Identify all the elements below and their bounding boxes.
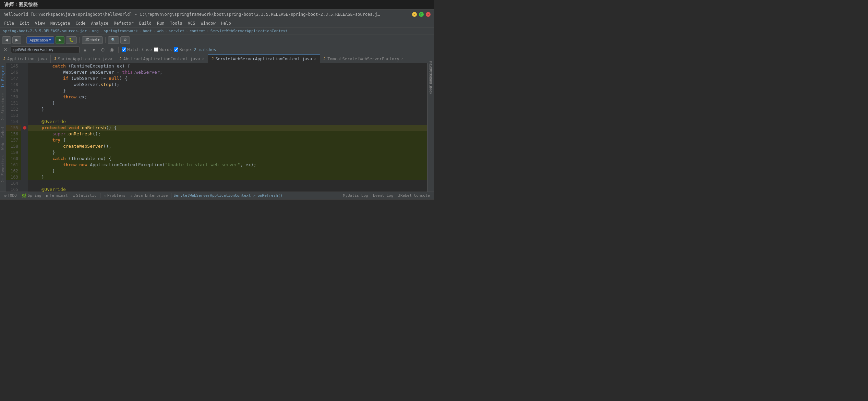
code-line-161: 161 throw new ApplicationContextExceptio…	[6, 162, 427, 168]
line-num-147: 147	[6, 75, 21, 82]
search-input[interactable]	[11, 46, 80, 53]
match-case-checkbox-label[interactable]: Match Case	[122, 47, 152, 52]
search-close-button[interactable]: ✕	[2, 46, 9, 53]
run-config-dropdown[interactable]: Application ▾	[26, 36, 54, 44]
words-checkbox-label[interactable]: Words	[154, 47, 172, 52]
line-num-158: 158	[6, 143, 21, 149]
menu-view[interactable]: View	[33, 20, 47, 26]
breadcrumb-jar[interactable]: spring-boot-2.3.5.RELEASE-sources.jar	[3, 29, 87, 33]
tab-application[interactable]: J Application.java	[0, 54, 51, 63]
spring-icon: 🌿	[22, 193, 27, 198]
vtab-rebel[interactable]: Rebel	[0, 125, 6, 139]
settings-button[interactable]: ⚙	[120, 36, 130, 44]
bottom-jrebel-console[interactable]: JRebel Console	[397, 193, 431, 198]
overlay-title: 讲师：图灵徐磊	[4, 2, 38, 8]
bottom-todo[interactable]: ⊙ TODO	[3, 193, 18, 198]
menu-analyze[interactable]: Analyze	[89, 20, 110, 26]
minimize-button[interactable]: −	[412, 12, 417, 17]
menu-run[interactable]: Run	[155, 20, 167, 26]
search-next-button[interactable]: ▼	[91, 46, 97, 53]
line-num-146: 146	[6, 69, 21, 75]
menu-window[interactable]: Window	[198, 20, 217, 26]
bottom-terminal[interactable]: ▶ Terminal	[45, 193, 69, 198]
back-button[interactable]: ◀	[2, 36, 11, 44]
right-sidebar: Maven Database Ant build Word Book	[427, 63, 434, 192]
regex-checkbox-label[interactable]: Regex	[174, 47, 192, 52]
vtab-web[interactable]: Web	[0, 142, 6, 151]
vtab-structure[interactable]: 2: Structure	[0, 92, 6, 122]
breadcrumb-class[interactable]: ServletWebServerApplicationContext	[210, 29, 288, 33]
breadcrumb-org[interactable]: org	[92, 29, 99, 33]
tab-close-abstractapplicationcontext[interactable]: ×	[202, 57, 205, 61]
jrebel-dropdown[interactable]: JRebel ▾	[82, 36, 103, 44]
jrebel-console-label: JRebel Console	[398, 193, 430, 198]
line-num-154: 154	[6, 119, 21, 125]
left-vtabs: 1: Project 2: Structure Rebel Web 2: Fav…	[0, 63, 6, 192]
line-gutter-151	[21, 100, 28, 106]
bottom-statistic[interactable]: ≡ Statistic	[71, 193, 98, 198]
breadcrumb-springframework[interactable]: springframework	[104, 29, 137, 33]
menu-edit[interactable]: Edit	[17, 20, 32, 26]
bottom-mybatis-log[interactable]: MyBatis Log	[342, 193, 370, 198]
todo-icon: ⊙	[4, 193, 7, 198]
forward-button[interactable]: ▶	[12, 36, 21, 44]
bottom-right-area: MyBatis Log Event Log JRebel Console	[342, 193, 431, 198]
vtab-project[interactable]: 1: Project	[0, 64, 6, 89]
find-button[interactable]: 🔍	[108, 36, 119, 44]
right-tab-wordbook[interactable]: Word Book	[428, 82, 434, 88]
close-button[interactable]: ×	[426, 12, 431, 17]
title-bar: helloworld [D:\workspace\java\springboot…	[0, 10, 434, 19]
debug-button[interactable]: 🐛	[66, 36, 77, 44]
tab-abstractapplicationcontext[interactable]: J AbstractApplicationContext.java ×	[116, 54, 208, 63]
menu-code[interactable]: Code	[74, 20, 88, 26]
menu-build[interactable]: Build	[137, 20, 154, 26]
breadcrumb-web[interactable]: web	[157, 29, 164, 33]
run-config-label: Application	[29, 38, 48, 42]
bottom-event-log[interactable]: Event Log	[372, 193, 395, 198]
tab-servletwebserverapplicationcontext[interactable]: J ServletWebServerApplicationContext.jav…	[208, 54, 320, 63]
bottom-problems[interactable]: ⚠ Problems	[103, 193, 127, 198]
bottom-java-enterprise[interactable]: ☕ Java Enterprise	[129, 193, 169, 198]
words-checkbox[interactable]	[154, 47, 158, 52]
breakpoint-155[interactable]	[23, 126, 26, 130]
line-num-150: 150	[6, 94, 21, 100]
line-gutter-156	[21, 131, 28, 137]
statistic-label: Statistic	[76, 193, 97, 198]
tab-springapplication[interactable]: J SpringApplication.java	[51, 54, 116, 63]
breadcrumb-context[interactable]: context	[190, 29, 205, 33]
vtab-favorites[interactable]: 2: Favorites	[0, 154, 6, 184]
line-code-164	[28, 180, 427, 186]
code-line-156: 156 super.onRefresh();	[6, 131, 427, 137]
menu-vcs[interactable]: VCS	[186, 20, 197, 26]
code-line-164: 164	[6, 180, 427, 186]
line-num-163: 163	[6, 174, 21, 180]
spring-label: Spring	[28, 193, 41, 198]
tab-close-servlet[interactable]: ×	[314, 57, 316, 61]
breadcrumb-servlet[interactable]: servlet	[169, 29, 184, 33]
maximize-button[interactable]: □	[419, 12, 424, 17]
menu-file[interactable]: File	[2, 20, 16, 26]
line-gutter-155	[21, 125, 28, 131]
run-button[interactable]: ▶	[56, 36, 64, 44]
match-case-checkbox[interactable]	[122, 47, 126, 52]
tab-label-abstractapplicationcontext: AbstractApplicationContext.java	[123, 57, 200, 61]
tab-tomcatservletwebserverfactory[interactable]: J TomcatServletWebServerFactory ×	[320, 54, 407, 63]
terminal-label: Terminal	[50, 193, 68, 198]
line-code-147: if (webServer != null) {	[28, 75, 427, 82]
search-prev-button[interactable]: ▲	[82, 46, 88, 53]
menu-navigate[interactable]: Navigate	[48, 20, 72, 26]
code-area[interactable]: 145 catch (RuntimeException ex) { 146 We…	[6, 63, 427, 192]
line-num-149: 149	[6, 88, 21, 94]
dropdown-icon: ▾	[49, 38, 51, 42]
menu-tools[interactable]: Tools	[168, 20, 184, 26]
search-highlight-button[interactable]: ◉	[108, 46, 115, 53]
regex-checkbox[interactable]	[174, 47, 178, 52]
menu-refactor[interactable]: Refactor	[112, 20, 136, 26]
line-gutter-146	[21, 69, 28, 75]
code-line-145: 145 catch (RuntimeException ex) {	[6, 63, 427, 69]
menu-help[interactable]: Help	[219, 20, 233, 26]
search-find-all-button[interactable]: ⊙	[99, 46, 106, 53]
tab-close-tomcat[interactable]: ×	[401, 57, 404, 61]
bottom-spring[interactable]: 🌿 Spring	[20, 193, 43, 198]
breadcrumb-boot[interactable]: boot	[143, 29, 152, 33]
